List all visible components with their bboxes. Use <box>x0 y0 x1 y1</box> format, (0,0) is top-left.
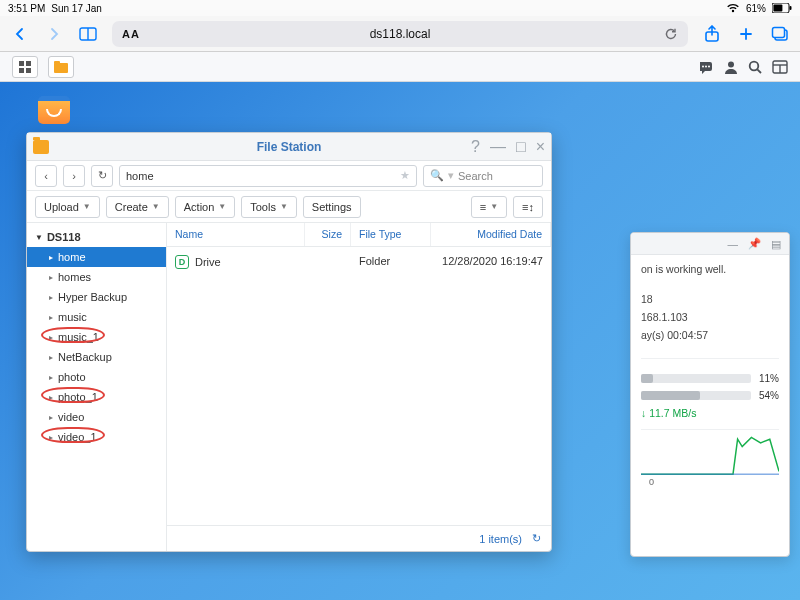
dsm-taskbar-filestation[interactable] <box>48 56 74 78</box>
widget-pin-icon[interactable]: 📌 <box>748 237 761 250</box>
tree-item-photo[interactable]: ▸photo <box>27 367 166 387</box>
star-icon[interactable]: ★ <box>400 169 410 182</box>
filestation-icon <box>33 140 49 154</box>
svg-rect-7 <box>773 27 785 37</box>
create-button[interactable]: Create▼ <box>106 196 169 218</box>
col-type[interactable]: File Type <box>351 223 431 246</box>
forward-button[interactable] <box>44 24 64 44</box>
col-name[interactable]: Name <box>167 223 305 246</box>
path-input[interactable]: home ★ <box>119 165 417 187</box>
tree-item-music_1[interactable]: ▸music_1 <box>27 327 166 347</box>
search-glass-icon: 🔍 <box>430 169 444 182</box>
share-icon[interactable] <box>702 24 722 44</box>
svg-rect-8 <box>19 61 24 66</box>
svg-rect-13 <box>54 61 60 64</box>
tabs-icon[interactable] <box>770 24 790 44</box>
window-titlebar[interactable]: File Station ? — □ × <box>27 133 551 161</box>
user-icon[interactable] <box>724 60 738 74</box>
svg-rect-10 <box>19 68 24 73</box>
minimize-icon[interactable]: — <box>490 138 506 156</box>
battery-icon <box>772 3 792 13</box>
search-placeholder: Search <box>458 170 493 182</box>
ipad-status-bar: 3:51 PM Sun 17 Jan 61% <box>0 0 800 16</box>
ip-fragment: 168.1.103 <box>641 311 779 323</box>
url-text: ds118.local <box>370 27 431 41</box>
help-icon[interactable]: ? <box>471 138 480 156</box>
tree-item-music[interactable]: ▸music <box>27 307 166 327</box>
file-list[interactable]: DDriveFolder12/28/2020 16:19:47 <box>167 247 551 525</box>
widgets-icon[interactable] <box>772 60 788 74</box>
tools-button[interactable]: Tools▼ <box>241 196 297 218</box>
nav-back-button[interactable]: ‹ <box>35 165 57 187</box>
svg-point-15 <box>705 65 707 67</box>
network-down: ↓ 11.7 MB/s <box>641 407 779 419</box>
dsm-taskbar <box>0 52 800 82</box>
col-date[interactable]: Modified Date <box>431 223 551 246</box>
settings-button[interactable]: Settings <box>303 196 361 218</box>
tree-item-homes[interactable]: ▸homes <box>27 267 166 287</box>
search-icon[interactable] <box>748 60 762 74</box>
action-button[interactable]: Action▼ <box>175 196 236 218</box>
path-value: home <box>126 170 154 182</box>
system-health-widget: — 📌 ▤ on is working well. 18 168.1.103 a… <box>630 232 790 557</box>
address-bar[interactable]: AA ds118.local <box>112 21 688 47</box>
svg-point-16 <box>708 65 710 67</box>
notification-icon[interactable] <box>698 60 714 74</box>
dsm-dashboard-button[interactable] <box>12 56 38 78</box>
status-time: 3:51 PM <box>8 3 45 14</box>
dsm-desktop[interactable]: File Station ? — □ × ‹ › ↻ home ★ 🔍 <box>0 82 800 600</box>
widget-minimize-icon[interactable]: — <box>728 238 739 250</box>
battery-percent: 61% <box>746 3 766 14</box>
nav-forward-button[interactable]: › <box>63 165 85 187</box>
svg-point-14 <box>702 65 704 67</box>
search-input[interactable]: 🔍 ▾ Search <box>423 165 543 187</box>
network-chart: 0 <box>641 429 779 487</box>
wifi-icon <box>726 3 740 13</box>
tree-item-video_1[interactable]: ▸video_1 <box>27 427 166 447</box>
safari-toolbar: AA ds118.local <box>0 16 800 52</box>
new-tab-icon[interactable] <box>736 24 756 44</box>
table-row[interactable]: DDriveFolder12/28/2020 16:19:47 <box>167 247 551 277</box>
svg-line-19 <box>757 69 761 73</box>
maximize-icon[interactable]: □ <box>516 138 526 156</box>
svg-point-17 <box>728 61 734 67</box>
upload-button[interactable]: Upload▼ <box>35 196 100 218</box>
svg-rect-11 <box>26 68 31 73</box>
svg-point-18 <box>750 61 759 70</box>
bookmarks-icon[interactable] <box>78 24 98 44</box>
close-icon[interactable]: × <box>536 138 545 156</box>
widget-menu-icon[interactable]: ▤ <box>771 238 781 250</box>
col-size[interactable]: Size <box>305 223 351 246</box>
view-list-button[interactable]: ≡ ▼ <box>471 196 507 218</box>
uptime-fragment: ay(s) 00:04:57 <box>641 329 779 341</box>
column-headers[interactable]: Name Size File Type Modified Date <box>167 223 551 247</box>
status-date: Sun 17 Jan <box>51 3 102 14</box>
svg-rect-12 <box>54 63 68 73</box>
svg-rect-9 <box>26 61 31 66</box>
tree-item-NetBackup[interactable]: ▸NetBackup <box>27 347 166 367</box>
window-title: File Station <box>257 140 322 154</box>
tree-root[interactable]: ▼DS118 <box>27 227 166 247</box>
sort-button[interactable]: ≡↕ <box>513 196 543 218</box>
footer-refresh-icon[interactable]: ↻ <box>532 532 541 545</box>
ram-percent: 54% <box>759 390 779 401</box>
folder-tree[interactable]: ▼DS118 ▸home▸homes▸Hyper Backup▸music▸mu… <box>27 223 167 551</box>
package-center-icon[interactable] <box>38 96 70 124</box>
tree-item-photo_1[interactable]: ▸photo_1 <box>27 387 166 407</box>
reader-aa-icon[interactable]: AA <box>122 28 140 40</box>
cpu-percent: 11% <box>759 373 779 384</box>
drive-icon: D <box>175 255 189 269</box>
health-status-text: on is working well. <box>641 263 779 275</box>
refresh-button[interactable]: ↻ <box>91 165 113 187</box>
item-count: 1 item(s) <box>479 533 522 545</box>
tree-item-video[interactable]: ▸video <box>27 407 166 427</box>
svg-rect-2 <box>790 6 792 10</box>
svg-rect-1 <box>773 4 782 11</box>
file-station-window: File Station ? — □ × ‹ › ↻ home ★ 🔍 <box>26 132 552 552</box>
tree-item-Hyper-Backup[interactable]: ▸Hyper Backup <box>27 287 166 307</box>
tree-item-home[interactable]: ▸home <box>27 247 166 267</box>
back-button[interactable] <box>10 24 30 44</box>
hostname-fragment: 18 <box>641 293 779 305</box>
reload-icon[interactable] <box>664 27 678 41</box>
